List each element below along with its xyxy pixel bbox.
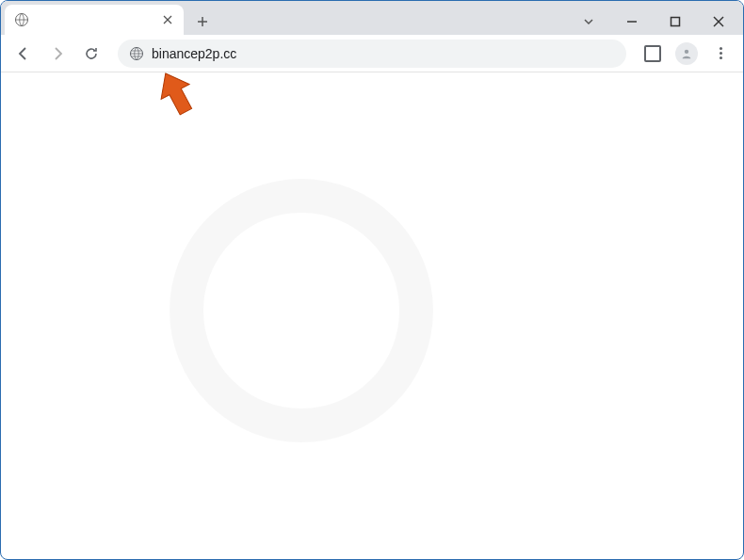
minimize-button[interactable] bbox=[619, 8, 645, 35]
new-tab-button[interactable] bbox=[189, 8, 216, 35]
maximize-button[interactable] bbox=[662, 8, 688, 35]
site-info-icon[interactable] bbox=[129, 46, 144, 61]
globe-icon bbox=[14, 12, 29, 27]
close-button[interactable] bbox=[705, 8, 732, 35]
menu-button[interactable] bbox=[707, 40, 734, 67]
address-bar[interactable]: binancep2p.cc bbox=[118, 40, 626, 68]
watermark-circle bbox=[170, 179, 433, 442]
back-button[interactable] bbox=[10, 40, 37, 67]
extensions-button[interactable] bbox=[639, 40, 666, 67]
forward-button[interactable] bbox=[44, 40, 71, 67]
browser-tab[interactable] bbox=[5, 5, 184, 35]
url-text: binancep2p.cc bbox=[152, 46, 236, 61]
reload-button[interactable] bbox=[78, 40, 105, 67]
svg-rect-1 bbox=[671, 18, 680, 26]
profile-button[interactable] bbox=[673, 40, 700, 67]
chevron-down-icon[interactable] bbox=[575, 8, 602, 35]
tab-close-icon[interactable] bbox=[161, 13, 174, 26]
watermark-text: risk.com bbox=[17, 443, 727, 560]
svg-point-10 bbox=[685, 49, 688, 53]
